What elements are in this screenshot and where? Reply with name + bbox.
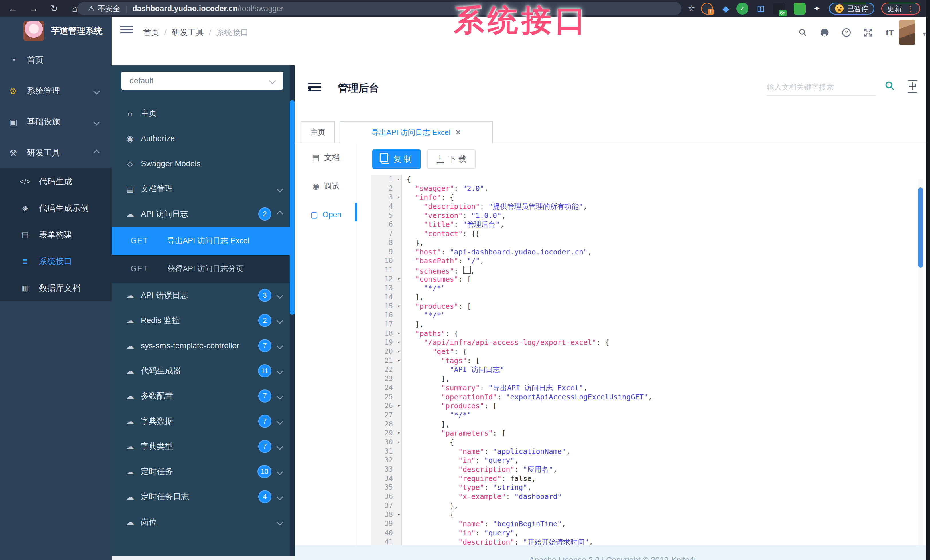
search-icon[interactable] [797, 27, 808, 38]
mini-tab-open[interactable]: ▢Open [295, 200, 357, 229]
infrastructure-icon: ▣ [8, 117, 19, 127]
swagger-item-swagger-home[interactable]: ⌂主页 [112, 101, 290, 126]
code-line: 25 "operationId": "exportApiAccessLogExc… [371, 393, 926, 402]
extension-icon[interactable]: ⊞ [755, 3, 767, 15]
github-icon[interactable] [819, 27, 830, 38]
menu-item-label: API 访问日志 [141, 209, 188, 219]
line-number: 32 [371, 456, 402, 465]
line-number: 41 [371, 538, 402, 545]
extension-icon[interactable]: 6n [773, 3, 785, 15]
sidebar-scrollbar-thumb[interactable] [290, 100, 295, 315]
download-button[interactable]: 下 载 [427, 149, 476, 169]
avatar-caret-icon[interactable]: ▾ [923, 30, 926, 38]
browser-menu-icon[interactable]: ⋮ [906, 4, 914, 14]
fullscreen-icon[interactable] [862, 27, 874, 38]
token [406, 284, 424, 292]
token: , [583, 384, 588, 392]
swagger-item-doc-management[interactable]: ▤文档管理 [112, 176, 290, 201]
extension-icon[interactable]: ✦ [811, 3, 823, 15]
sidebar-collapse-icon[interactable] [120, 26, 133, 36]
doc-tab[interactable]: 主页 [301, 121, 335, 143]
token [406, 384, 441, 392]
extension-icon[interactable]: ✓ [736, 3, 748, 15]
swagger-group-item[interactable]: ☁参数配置7 [112, 384, 290, 409]
code-line: 19▾ "/api/infra/api-access-log/export-ex… [371, 338, 926, 347]
doc-tabbar: 主页导出API 访问日志 Excel✕ [295, 112, 930, 143]
api-operation-row[interactable]: GET导出API 访问日志 Excel [112, 227, 290, 255]
copy-button[interactable]: 复 制 [372, 149, 421, 169]
swagger-group-api-access-log[interactable]: ☁API 访问日志2 [112, 201, 290, 227]
cloud-icon: ☁ [124, 291, 136, 300]
sidebar-item-form-builder[interactable]: ▤表单构建 [0, 221, 112, 248]
chevron-down-icon [276, 443, 283, 450]
doc-collapse-icon[interactable] [308, 83, 321, 94]
swagger-group-item[interactable]: ☁字典数据7 [112, 409, 290, 434]
token: { [450, 511, 454, 519]
extension-icon[interactable] [794, 3, 806, 15]
token [406, 275, 415, 283]
count-badge: 7 [258, 390, 271, 403]
swagger-item-swagger-models[interactable]: ◇Swagger Models [112, 151, 290, 176]
token: , [500, 220, 504, 229]
address-bar[interactable]: ⚠ 不安全 | dashboard.yudao.iocoder.cn/tool/… [77, 2, 682, 15]
code-content: "in": "query", [402, 456, 519, 465]
sidebar-item-code-generation[interactable]: </>代码生成 [0, 168, 112, 195]
mini-tab-debug[interactable]: ◉调试 [295, 172, 357, 200]
breadcrumb-item[interactable]: 首页 [143, 27, 159, 38]
swagger-group-item[interactable]: ☁字典类型7 [112, 434, 290, 459]
sidebar-item-system-api[interactable]: ≣系统接口 [0, 248, 112, 275]
sidebar-item-infrastructure[interactable]: ▣基础设施 [0, 106, 112, 137]
code-content: "type": "string", [402, 483, 532, 492]
swagger-group-item[interactable]: ☁岗位 [112, 509, 290, 534]
swagger-group-item[interactable]: ☁定时任务10 [112, 459, 290, 484]
reload-icon[interactable]: ↻ [48, 2, 61, 15]
language-toggle-icon[interactable]: 中 [908, 80, 918, 93]
sidebar-item-home[interactable]: ◔首页 [0, 44, 112, 75]
forward-icon[interactable]: → [27, 2, 40, 15]
swagger-group-item[interactable]: ☁Redis 监控2 [112, 308, 290, 333]
breadcrumb-item[interactable]: 系统接口 [217, 27, 248, 38]
api-group-select[interactable]: default [122, 72, 283, 90]
sidebar-item-system-management[interactable]: ⚙系统管理 [0, 75, 112, 106]
sidebar-item-code-generation-demo[interactable]: ◈代码生成示例 [0, 195, 112, 221]
extension-icon[interactable]: 1 [701, 3, 713, 15]
doc-search-icon[interactable] [884, 80, 896, 93]
font-size-icon[interactable]: tT [884, 27, 896, 38]
token: "operationId" [441, 393, 497, 401]
token: , [648, 393, 652, 401]
breadcrumb-item[interactable]: 研发工具 [172, 27, 204, 38]
swagger-group-item[interactable]: ☁定时任务日志4 [112, 484, 290, 509]
profile-paused-chip[interactable]: 已暂停 [829, 3, 875, 15]
header-icons: ? tT [797, 17, 896, 48]
sidebar-item-dev-tools[interactable]: ⚒研发工具 [0, 137, 112, 168]
user-avatar[interactable] [899, 20, 915, 45]
swagger-json-editor[interactable]: 1▾{2 "swagger": "2.0",3▾ "info": {4 "des… [371, 175, 926, 545]
api-operation-row[interactable]: GET获得API 访问日志分页 [112, 255, 290, 283]
code-line: 2 "swagger": "2.0", [371, 184, 926, 193]
fold-icon: ▾ [397, 175, 400, 184]
editor-scrollbar-thumb[interactable] [918, 187, 923, 267]
token [406, 184, 415, 193]
mini-tab-doc[interactable]: ▤文档 [295, 143, 357, 172]
code-line: 9 "host": "api-dashboard.yudao.iocoder.c… [371, 247, 926, 257]
token: }, [406, 502, 459, 510]
menu-item-label: 主页 [141, 108, 157, 119]
token: , [501, 212, 506, 220]
doc-tab[interactable]: 导出API 访问日志 Excel✕ [340, 121, 493, 144]
token: "API 访问日志" [450, 365, 504, 374]
browser-update-button[interactable]: 更新 ⋮ [881, 3, 920, 15]
logo-row[interactable]: 芋道管理系统 [0, 17, 112, 44]
swagger-group-item[interactable]: ☁sys-sms-template-controller7 [112, 333, 290, 358]
help-icon[interactable]: ? [841, 27, 852, 38]
code-line: 37 }, [371, 501, 926, 511]
swagger-group-item[interactable]: ☁API 错误日志3 [112, 283, 290, 308]
bookmark-star-icon[interactable]: ☆ [685, 2, 698, 15]
doc-panel: 管理后台 输入文档关键字搜索 中 主页导出API 访问日志 Excel✕ ▤文档… [295, 65, 930, 560]
doc-search-input[interactable]: 输入文档关键字搜索 [767, 79, 876, 95]
swagger-group-item[interactable]: ☁代码生成器11 [112, 358, 290, 384]
sidebar-item-database-doc[interactable]: ▦数据库文档 [0, 275, 112, 301]
swagger-item-authorize[interactable]: ◉Authorize [112, 126, 290, 151]
code-content: "*/*" [402, 311, 445, 320]
back-icon[interactable]: ← [6, 2, 20, 15]
extension-icon[interactable]: ◆ [720, 3, 732, 15]
